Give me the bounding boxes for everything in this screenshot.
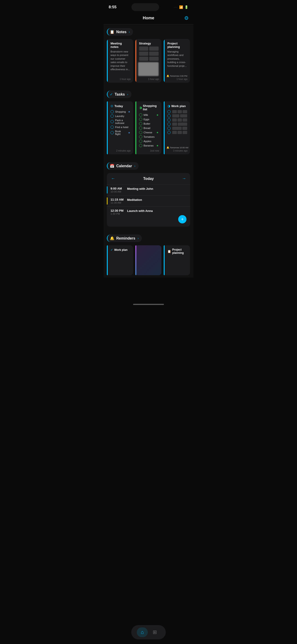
cal-event-bar-meditation (107, 198, 108, 204)
task-label-bread: Bread (144, 127, 159, 130)
task-item-bananas: Bananas ★ (138, 144, 159, 147)
gray-row-1 (168, 110, 187, 113)
shopping-icon: ◑ (139, 106, 142, 110)
gear-icon[interactable]: ⚙ (184, 15, 189, 21)
notes-icon: 📋 (110, 30, 114, 34)
cal-prev-button[interactable]: ← (111, 176, 115, 181)
status-bar: 8:55 ···· 📶 🔋 (104, 0, 194, 13)
note-card-meeting[interactable]: Meeting notes Brainstorm new ways to pre… (107, 39, 133, 83)
wp-circle-2 (168, 114, 170, 118)
calendar-section: 📅 Calendar › ← Today → 9:00 AM 10:00 AM … (104, 158, 194, 229)
cal-event-start-meeting: 9:00 AM (110, 187, 127, 190)
gray-block-1 (139, 46, 148, 51)
note-time-strategy: 1 hour ago (148, 78, 159, 80)
reminders-cards-row: ✓ Work plan 📋 Project planning (107, 245, 190, 275)
task-circle-shopping (110, 110, 114, 113)
cal-event-bar-meeting (107, 186, 108, 194)
reminder-accent-project (164, 245, 164, 275)
note-time-project: 1 hour ago (176, 78, 188, 80)
task-circle-cheese (139, 131, 142, 134)
reminder-card-middle[interactable] (136, 245, 162, 275)
task-card-workplan[interactable]: ◑ Work plan (164, 101, 190, 154)
star-shopping: ★ (128, 110, 130, 113)
gray-block-6 (149, 57, 159, 61)
reminder-notes-icon: 📋 (168, 250, 171, 253)
wp-circle-3 (168, 118, 170, 122)
task-circle-bananas (139, 144, 142, 147)
tasks-section-header[interactable]: ✓ Tasks › (107, 90, 132, 98)
reminder-header-project: 📋 Project planning (166, 248, 187, 254)
cal-event-name-launch: Launch with Anna (127, 209, 186, 215)
home-indicator (133, 304, 164, 305)
workplan-icon: ◑ (168, 104, 170, 108)
task-label-hotel: Find a hotel (115, 126, 130, 128)
cal-event-end-launch: 1:30 PM (110, 212, 127, 215)
task-card-shopping[interactable]: ◑ Shopping list Milk ★ Eggs Butter Bread (136, 101, 162, 154)
bottom-spacer (104, 278, 194, 300)
tasks-chevron: › (127, 92, 128, 96)
tasks-section: ✓ Tasks › ⊙ Today Shopping ★ Laundry Pac… (104, 87, 194, 156)
wp-circle-1 (168, 110, 170, 113)
strategy-blocks (138, 46, 159, 61)
wp-cell-3b (178, 118, 182, 122)
star-flight: ★ (128, 131, 130, 134)
task-time-today: 2 minutes ago (116, 150, 131, 152)
task-circle-pack (110, 120, 114, 123)
reminder-card-project[interactable]: 📋 Project planning (164, 245, 190, 275)
task-circle-eggs (139, 118, 142, 121)
dots-icon: ···· (174, 6, 178, 8)
task-accent-shopping (136, 101, 136, 154)
star-bananas: ★ (156, 144, 159, 147)
task-card-today[interactable]: ⊙ Today Shopping ★ Laundry Pack a suitca… (107, 101, 133, 154)
battery-icon: 🔋 (184, 5, 188, 9)
notes-cards-row: Meeting notes Brainstorm new ways to pre… (107, 39, 190, 83)
cal-event-meeting[interactable]: 9:00 AM 10:00 AM Meeting with John (107, 184, 190, 195)
note-reminder-project: 🔔 Tomorrow 2:00 PM (166, 75, 188, 77)
cal-event-times-launch: 12:30 PM 1:30 PM (110, 209, 127, 215)
task-item-bread: Bread (138, 126, 159, 130)
note-card-strategy[interactable]: Strategy 1 hour ago (136, 39, 162, 83)
calendar-section-header[interactable]: 📅 Calendar › (107, 162, 138, 170)
tasks-cards-row: ⊙ Today Shopping ★ Laundry Pack a suitca… (107, 101, 190, 154)
reminders-chevron: › (138, 236, 138, 240)
wp-cell-4a (172, 122, 177, 126)
cal-next-button[interactable]: → (182, 176, 186, 181)
cal-event-name-meeting: Meeting with John (127, 187, 186, 193)
note-text-meeting: Brainstorm new ways to present our custo… (110, 50, 130, 71)
task-circle-bread (139, 126, 142, 130)
gray-block-3 (139, 52, 148, 56)
wp-cell-6c (182, 131, 187, 134)
reminder-card-workplan[interactable]: ✓ Work plan (107, 245, 133, 275)
task-label-cheese: Cheese (144, 131, 155, 134)
task-item-hotel: Find a hotel (110, 126, 130, 129)
cal-event-end-meeting: 10:00 AM (110, 190, 127, 193)
reminders-section-header[interactable]: 🔔 Reminders › (107, 234, 142, 242)
page-title: Home (143, 16, 154, 20)
cal-event-end-meditation: 11:30 AM (110, 201, 127, 204)
cal-add-button[interactable]: + (178, 215, 186, 224)
task-reminder-workplan: 🔔 Tomorrow 10:00 AM (166, 146, 188, 149)
reminder-title-project: Project planning (172, 248, 187, 254)
task-label-milk: Milk (144, 114, 155, 116)
wp-cell-1c (182, 110, 187, 113)
task-item-eggs: Eggs (138, 118, 159, 121)
cal-today-label: Today (143, 177, 154, 181)
gray-row-4 (168, 122, 187, 126)
task-item-tomatoes: Tomatoes (138, 135, 159, 138)
note-card-project[interactable]: Project planning Managing workflows and … (164, 39, 190, 83)
note-title-meeting: Meeting notes (110, 42, 130, 48)
task-label-shopping: Shopping (115, 110, 127, 113)
cal-event-meditation[interactable]: 11:15 AM 11:30 AM Meditation (107, 195, 190, 206)
note-time-meeting: 1 hour ago (120, 78, 131, 80)
notes-section-header[interactable]: 📋 Notes › (107, 28, 133, 36)
gray-row-3 (168, 118, 187, 122)
wp-cell-1a (172, 110, 177, 113)
task-label-laundry: Laundry (115, 115, 130, 118)
calendar-chevron: › (134, 164, 135, 168)
task-label-tomatoes: Tomatoes (144, 136, 159, 138)
wp-cell-4b (178, 122, 187, 126)
cal-event-launch[interactable]: 12:30 PM 1:30 PM Launch with Anna + (107, 206, 190, 227)
task-time-workplan: 3 minutes ago (173, 150, 188, 152)
cal-event-times-meditation: 11:15 AM 11:30 AM (110, 198, 127, 204)
task-item-flight: Book flight ★ (110, 130, 130, 136)
